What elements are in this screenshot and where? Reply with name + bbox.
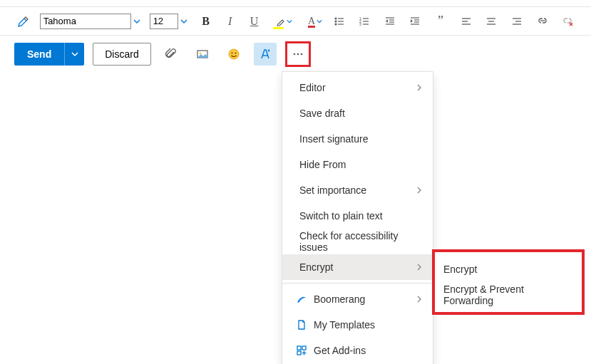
clear-formatting-button[interactable] xyxy=(558,12,577,31)
align-center-button[interactable] xyxy=(482,12,500,31)
highlight-color-button[interactable] xyxy=(271,12,294,31)
menu-item-label: Boomerang xyxy=(314,293,408,305)
bulleted-list-button[interactable] xyxy=(330,12,349,31)
addins-icon xyxy=(295,345,308,356)
attach-button[interactable] xyxy=(160,43,183,66)
menu-item-set-importance[interactable]: Set importance xyxy=(282,177,433,203)
templates-icon xyxy=(295,319,308,331)
menu-item-label: My Templates xyxy=(314,319,423,331)
menu-item-get-addins[interactable]: Get Add-ins xyxy=(282,338,433,363)
action-toolbar: Send Discard xyxy=(0,36,591,73)
font-style-group: B I U xyxy=(197,12,264,31)
menu-item-editor[interactable]: Editor xyxy=(282,75,433,100)
menu-item-accessibility-check[interactable]: Check for accessibility issues xyxy=(282,229,433,254)
menu-item-label: Check for accessibility issues xyxy=(299,230,423,253)
bold-button[interactable]: B xyxy=(197,12,215,31)
menu-item-label: Set importance xyxy=(299,184,408,196)
menu-item-hide-from[interactable]: Hide From xyxy=(282,152,433,177)
formatting-toolbar: B I U A 123 ” xyxy=(0,7,591,36)
font-size-input[interactable] xyxy=(150,14,178,29)
menu-item-switch-to-plain-text[interactable]: Switch to plain text xyxy=(282,203,433,229)
picture-icon xyxy=(196,48,209,61)
show-formatting-button[interactable] xyxy=(254,43,277,66)
menu-item-save-draft[interactable]: Save draft xyxy=(282,100,433,126)
font-family-dropdown-icon[interactable] xyxy=(131,14,143,29)
chevron-right-icon xyxy=(416,184,423,196)
chevron-right-icon xyxy=(416,293,423,305)
menu-separator xyxy=(282,283,433,284)
menu-item-label: Editor xyxy=(299,82,408,93)
send-button[interactable]: Send xyxy=(14,43,64,66)
discard-button[interactable]: Discard xyxy=(93,43,150,66)
more-actions-button[interactable] xyxy=(287,43,309,65)
menu-item-label: Hide From xyxy=(299,159,423,170)
font-family-combo xyxy=(40,13,143,30)
insert-emoji-button[interactable] xyxy=(222,43,245,66)
chevron-right-icon xyxy=(416,82,423,93)
menu-item-label: Switch to plain text xyxy=(299,210,423,222)
submenu-item-label: Encrypt & Prevent Forwarding xyxy=(443,284,573,306)
underline-button[interactable]: U xyxy=(245,12,264,31)
quote-button[interactable]: ” xyxy=(431,12,450,31)
paperclip-icon xyxy=(165,48,178,61)
decrease-indent-button[interactable] xyxy=(381,12,399,31)
align-right-button[interactable] xyxy=(508,12,526,31)
menu-item-my-templates[interactable]: My Templates xyxy=(282,312,433,338)
svg-point-0 xyxy=(335,18,336,19)
menu-item-label: Encrypt xyxy=(299,261,408,273)
menu-item-insert-signature[interactable]: Insert signature xyxy=(282,126,433,152)
svg-rect-41 xyxy=(297,346,301,350)
svg-point-36 xyxy=(235,53,236,54)
numbered-list-button[interactable]: 123 xyxy=(355,12,374,31)
menu-item-boomerang[interactable]: Boomerang xyxy=(282,286,433,312)
format-painter-icon[interactable] xyxy=(14,12,33,31)
menu-item-label: Save draft xyxy=(299,108,423,119)
italic-button[interactable]: I xyxy=(221,12,240,31)
submenu-item-label: Encrypt xyxy=(443,264,477,275)
svg-point-1 xyxy=(335,21,336,22)
more-actions-annotation xyxy=(285,41,311,67)
menu-item-label: Get Add-ins xyxy=(314,345,423,356)
more-actions-menu: Editor Save draft Insert signature Hide … xyxy=(282,71,433,364)
chevron-right-icon xyxy=(416,261,423,273)
ellipsis-icon xyxy=(292,48,304,60)
svg-rect-42 xyxy=(302,346,306,350)
submenu-item-encrypt-prevent-forwarding[interactable]: Encrypt & Prevent Forwarding xyxy=(435,282,582,308)
svg-text:3: 3 xyxy=(359,22,361,26)
font-size-dropdown-icon[interactable] xyxy=(178,14,190,29)
send-split-button: Send xyxy=(14,43,84,66)
font-color-button[interactable]: A xyxy=(300,12,323,31)
svg-point-38 xyxy=(293,53,295,56)
boomerang-icon xyxy=(295,293,308,305)
emoji-icon xyxy=(227,48,240,61)
top-separator xyxy=(0,0,591,7)
encrypt-submenu: Encrypt Encrypt & Prevent Forwarding xyxy=(432,249,585,315)
insert-picture-button[interactable] xyxy=(191,43,214,66)
svg-point-2 xyxy=(335,24,336,25)
svg-point-40 xyxy=(300,53,302,56)
link-button[interactable] xyxy=(533,12,552,31)
svg-point-33 xyxy=(199,53,201,55)
font-family-input[interactable] xyxy=(40,14,131,29)
svg-point-39 xyxy=(297,53,299,56)
font-size-combo xyxy=(150,13,190,30)
text-formatting-icon xyxy=(259,48,272,61)
svg-point-35 xyxy=(231,53,232,54)
align-left-button[interactable] xyxy=(457,12,476,31)
menu-item-encrypt[interactable]: Encrypt xyxy=(282,254,433,280)
chevron-down-icon xyxy=(71,51,78,58)
menu-item-label: Insert signature xyxy=(299,133,423,145)
increase-indent-button[interactable] xyxy=(406,12,425,31)
svg-point-34 xyxy=(229,49,239,59)
send-options-button[interactable] xyxy=(64,43,84,66)
submenu-item-encrypt[interactable]: Encrypt xyxy=(435,256,582,282)
highlight-color-swatch xyxy=(273,27,284,29)
svg-rect-43 xyxy=(297,351,301,355)
